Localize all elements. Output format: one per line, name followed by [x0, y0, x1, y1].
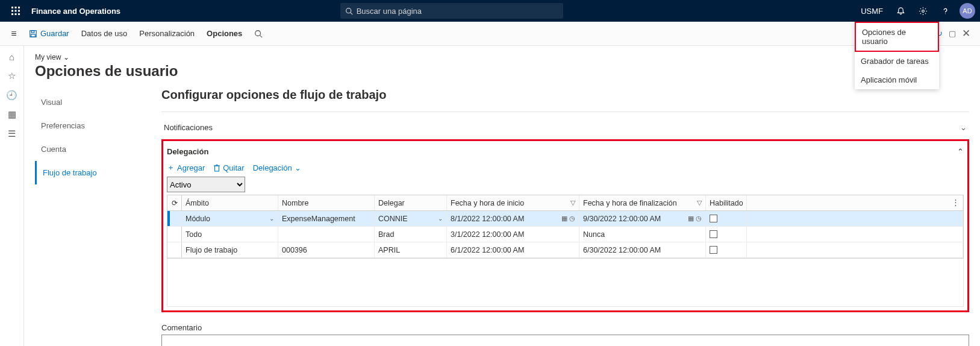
cell-fin[interactable]: Nunca — [579, 227, 706, 242]
my-view-selector[interactable]: My view ⌄ — [35, 53, 969, 61]
col-fin[interactable]: Fecha y hora de finalización▽ — [579, 195, 706, 210]
home-icon[interactable]: ⌂ — [9, 52, 14, 62]
close-icon[interactable]: ✕ — [962, 27, 970, 40]
tab-preferences[interactable]: Preferencias — [35, 114, 161, 137]
cell-nombre[interactable]: 000396 — [278, 242, 375, 257]
notifications-header[interactable]: Notificaciones ⌄ — [161, 118, 969, 137]
favorite-icon[interactable]: ☆ — [8, 71, 16, 81]
cell-habilitado[interactable] — [706, 227, 747, 242]
col-nombre[interactable]: Nombre — [278, 195, 375, 210]
filter-icon[interactable]: ▽ — [570, 199, 575, 207]
svg-rect-1 — [15, 7, 17, 8]
avatar[interactable]: AD — [960, 3, 975, 19]
cell-ambito[interactable]: Todo — [182, 227, 278, 242]
personalization-button[interactable]: Personalización — [133, 27, 201, 40]
svg-rect-8 — [18, 13, 20, 15]
col-ambito[interactable]: Ámbito — [182, 195, 278, 210]
global-search-input[interactable] — [357, 7, 558, 16]
tab-workflow[interactable]: Flujo de trabajo — [35, 161, 161, 184]
col-delegar[interactable]: Delegar — [375, 195, 447, 210]
delegation-label: Delegación — [167, 145, 208, 159]
table-row[interactable]: Flujo de trabajo 000396 APRIL 6/1/2022 1… — [167, 242, 963, 258]
save-button[interactable]: Guardar — [23, 27, 75, 40]
usage-data-button[interactable]: Datos de uso — [75, 27, 134, 40]
cell-ambito[interactable]: Flujo de trabajo — [182, 242, 278, 257]
svg-rect-2 — [18, 7, 20, 8]
row-handle[interactable] — [167, 227, 182, 242]
cell-nombre[interactable]: ExpenseManagement — [278, 211, 375, 226]
global-search[interactable] — [340, 3, 563, 19]
top-bar: Finance and Operations USMF AD — [0, 0, 980, 22]
app-launcher-icon[interactable] — [5, 0, 27, 22]
delegation-header[interactable]: Delegación ⌃ — [167, 145, 964, 159]
recent-icon[interactable]: 🕘 — [6, 90, 17, 101]
dd-task-recorder[interactable]: Grabador de tareas — [855, 52, 939, 71]
action-bar: ≡ Guardar Datos de uso Personalización O… — [0, 22, 980, 46]
add-button[interactable]: ＋ Agregar — [167, 162, 205, 173]
cell-fin[interactable]: 9/30/2022 12:00:00 AM▦◷ — [579, 211, 706, 226]
grid-refresh-header[interactable]: ⟳ — [167, 195, 182, 210]
dd-user-options[interactable]: Opciones de usuario — [855, 22, 939, 52]
workflow-content: Configurar opciones de flujo de trabajo … — [161, 88, 969, 346]
svg-rect-0 — [11, 7, 13, 8]
cell-inicio[interactable]: 6/1/2022 12:00:00 AM — [447, 242, 579, 257]
filter-icon[interactable]: ▽ — [697, 199, 702, 207]
col-habilitado[interactable]: Habilitado — [706, 195, 747, 210]
cell-inicio[interactable]: 3/1/2022 12:00:00 AM — [447, 227, 579, 242]
nav-toggle-icon[interactable]: ≡ — [5, 28, 23, 39]
trash-icon — [213, 164, 220, 172]
cell-habilitado[interactable] — [706, 211, 747, 226]
notification-bell-icon[interactable] — [890, 0, 911, 22]
table-row[interactable]: Todo Brad 3/1/2022 12:00:00 AM Nunca — [167, 227, 963, 242]
separator — [161, 112, 969, 112]
tab-account[interactable]: Cuenta — [35, 137, 161, 161]
checkbox[interactable] — [710, 215, 717, 222]
clock-icon[interactable]: ◷ — [696, 215, 702, 222]
cell-delegar[interactable]: Brad — [375, 227, 447, 242]
help-icon[interactable] — [935, 0, 956, 22]
row-handle[interactable] — [167, 242, 182, 257]
popout-icon[interactable]: ▢ — [949, 29, 956, 38]
comment-input[interactable] — [161, 335, 969, 346]
gear-icon[interactable] — [913, 0, 934, 22]
action-search-icon[interactable] — [248, 27, 269, 40]
calendar-icon[interactable]: ▦ — [561, 215, 567, 222]
settings-dropdown: Opciones de usuario Grabador de tareas A… — [855, 22, 939, 89]
cell-delegar[interactable]: CONNIE⌄ — [375, 211, 447, 226]
chevron-up-icon: ⌃ — [957, 147, 964, 156]
cell-delegar[interactable]: APRIL — [375, 242, 447, 257]
svg-rect-18 — [215, 166, 219, 171]
main-area: My view ⌄ Opciones de usuario Visual Pre… — [24, 46, 980, 346]
my-view-label: My view — [35, 53, 61, 61]
cell-ambito[interactable]: Módulo⌄ — [182, 211, 278, 226]
svg-rect-3 — [11, 10, 13, 12]
company-code[interactable]: USMF — [855, 0, 889, 22]
comment-label: Comentario — [161, 323, 969, 332]
filter-select[interactable]: Activo — [167, 177, 245, 192]
options-button[interactable]: Opciones — [201, 27, 248, 40]
cell-habilitado[interactable] — [706, 242, 747, 257]
table-row[interactable]: Módulo⌄ ExpenseManagement CONNIE⌄ 8/1/20… — [167, 211, 963, 227]
col-inicio[interactable]: Fecha y hora de inicio▽ — [447, 195, 579, 210]
workspace-icon[interactable]: ▦ — [8, 109, 16, 120]
row-handle[interactable] — [170, 211, 182, 226]
side-tabs: Visual Preferencias Cuenta Flujo de trab… — [35, 88, 161, 346]
tab-visual[interactable]: Visual — [35, 90, 161, 114]
module-list-icon[interactable]: ☰ — [8, 128, 16, 139]
cell-fin[interactable]: 6/30/2022 12:00:00 AM — [579, 242, 706, 257]
svg-rect-6 — [11, 13, 13, 15]
calendar-icon[interactable]: ▦ — [688, 215, 694, 222]
chevron-down-icon: ⌄ — [960, 123, 967, 132]
chevron-down-icon: ⌄ — [269, 215, 274, 222]
dd-mobile-app[interactable]: Aplicación móvil — [855, 71, 939, 89]
svg-rect-7 — [15, 13, 17, 15]
cell-inicio[interactable]: 8/1/2022 12:00:00 AM▦◷ — [447, 211, 579, 226]
cell-nombre[interactable] — [278, 227, 375, 242]
remove-button[interactable]: Quitar — [213, 163, 244, 172]
save-icon — [29, 30, 37, 38]
delegation-dropdown-button[interactable]: Delegación ⌄ — [253, 163, 301, 172]
checkbox[interactable] — [710, 246, 717, 254]
clock-icon[interactable]: ◷ — [569, 215, 575, 222]
body: ⌂ ☆ 🕘 ▦ ☰ My view ⌄ Opciones de usuario … — [0, 46, 980, 346]
checkbox[interactable] — [710, 230, 717, 238]
